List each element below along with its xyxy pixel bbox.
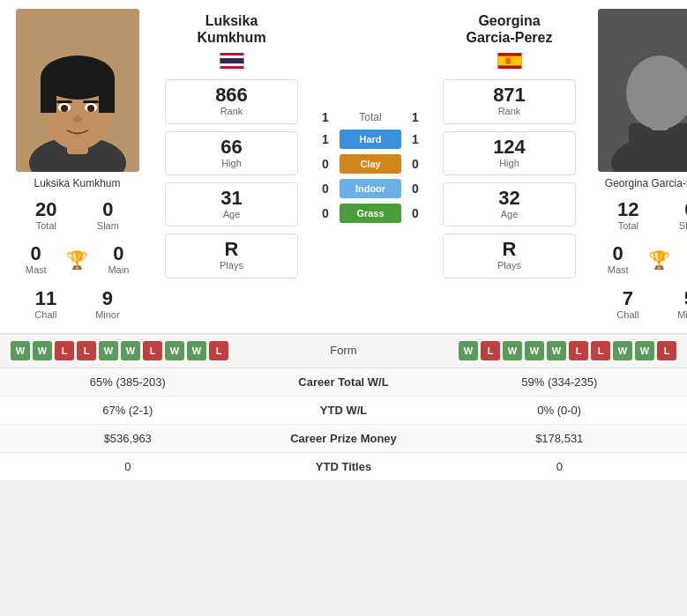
player1-slam-stat: 0 Slam [97,200,119,232]
ytd-wl-label: YTD W/L [256,404,432,417]
player1-rank-block: 866 Rank [165,79,297,123]
indoor-badge: Indoor [340,179,401,198]
titles-row: 0 YTD Titles 0 [0,453,687,481]
player2-plays-block: R Plays [443,234,575,278]
form-badge-w: W [11,341,30,360]
svg-rect-22 [629,123,688,172]
svg-point-9 [61,105,68,112]
form-badge-w: W [459,341,478,360]
form-badge-l: L [657,341,676,360]
player1-chall-stat: 11 Chall [34,289,56,321]
form-section: WWLLWWLWWL Form WLWWWLLWWL [0,333,687,367]
svg-rect-19 [505,58,510,64]
svg-rect-6 [99,78,115,113]
player2-chall-stat: 7 Chall [616,289,638,321]
hard-row: 1 Hard 1 [318,130,422,149]
player1-main-stat: 0 Main [108,244,129,276]
indoor-row: 0 Indoor 0 [318,179,422,198]
grass-badge: Grass [340,204,401,223]
player1-trophy-icon: 🏆 [66,249,88,271]
form-badge-l: L [569,341,588,360]
player2-photo [598,9,688,172]
form-badge-w: W [99,341,118,360]
p2-prize: $178,531 [432,432,688,445]
hard-badge: Hard [340,130,401,149]
player2-photo-section: Georgina Garcia-Perez 12 Total 0 Slam 0 … [586,9,687,324]
player1-photo-section: Luksika Kumkhum 20 Total 0 Slam 0 Mast 🏆 [0,9,154,324]
player2-slam-stat: 0 Slam [679,200,687,232]
form-badge-w: W [525,341,544,360]
player2-mast-stat: 0 Mast [608,244,629,276]
player2-age-block: 32 Age [443,182,575,226]
player1-mast-stat: 0 Mast [26,244,47,276]
player1-plays-block: R Plays [165,234,297,278]
prize-label: Career Prize Money [256,432,432,445]
p2-career-wl: 59% (334-235) [432,375,688,389]
form-badge-w: W [187,341,206,360]
player2-name-bottom: Georgina Garcia-Perez [605,177,687,189]
player-comparison: Luksika Kumkhum 20 Total 0 Slam 0 Mast 🏆 [0,0,687,333]
player2-total-stat: 12 Total [617,200,638,232]
player2-minor-stat: 5 Minor [677,289,687,321]
player1-photo [16,9,139,172]
stats-rows: 65% (385-203) Career Total W/L 59% (334-… [0,367,687,481]
player2-rank-block: 871 Rank [443,79,575,123]
player2-trophy-icon: 🏆 [648,249,670,271]
courts-section: 1 Total 1 1 Hard 1 0 Clay 0 [309,9,432,324]
p2-ytd-wl: 0% (0-0) [432,404,688,417]
svg-point-13 [73,115,82,122]
form-badge-l: L [481,341,500,360]
player2-stats: Georgina Garcia-Perez 871 Rank 124 High … [432,9,586,324]
form-badge-w: W [547,341,566,360]
player2-flag [497,53,522,69]
career-wl-row: 65% (385-203) Career Total W/L 59% (334-… [0,368,687,397]
form-badge-l: L [77,341,96,360]
total-row: 1 Total 1 [318,110,422,124]
player1-high-block: 66 High [165,131,297,175]
player2-name-header: Georgina Garcia-Perez [467,12,553,46]
player2-high-block: 124 High [443,131,575,175]
clay-badge: Clay [340,154,401,174]
form-badge-w: W [165,341,184,360]
form-badge-l: L [591,341,610,360]
form-badge-w: W [33,341,52,360]
form-badge-l: L [209,341,228,360]
form-badge-w: W [121,341,140,360]
player1-form: WWLLWWLWWL [11,341,291,360]
p2-titles: 0 [432,460,688,473]
total-label: Total [340,111,401,123]
clay-row: 0 Clay 0 [318,154,422,174]
p1-prize: $536,963 [0,432,256,445]
p1-titles: 0 [0,460,256,473]
svg-rect-16 [220,58,243,63]
player1-age-block: 31 Age [165,182,297,226]
titles-label: YTD Titles [256,460,432,473]
form-badge-l: L [55,341,74,360]
svg-rect-12 [83,100,99,103]
grass-row: 0 Grass 0 [318,204,422,223]
ytd-wl-row: 67% (2-1) YTD W/L 0% (0-0) [0,397,687,425]
player1-total-stat: 20 Total [35,200,56,232]
p1-career-wl: 65% (385-203) [0,375,256,389]
form-badge-l: L [143,341,162,360]
svg-point-10 [87,105,94,112]
form-badge-w: W [613,341,632,360]
svg-rect-5 [41,78,56,113]
svg-rect-11 [56,100,72,103]
career-wl-label: Career Total W/L [256,375,432,389]
player1-flag [220,53,244,69]
player1-name-header: Luksika Kumkhum [197,12,265,46]
form-badge-w: W [503,341,522,360]
player1-minor-stat: 9 Minor [95,289,120,321]
main-container: Luksika Kumkhum 20 Total 0 Slam 0 Mast 🏆 [0,0,687,481]
prize-row: $536,963 Career Prize Money $178,531 [0,425,687,453]
form-label: Form [291,344,397,357]
p1-ytd-wl: 67% (2-1) [0,404,256,417]
player2-form: WLWWWLLWWL [397,341,677,360]
form-badge-w: W [635,341,654,360]
player1-name-bottom: Luksika Kumkhum [34,177,120,189]
player1-stats: Luksika Kumkhum 866 Rank 66 High 31 Age [154,9,309,324]
